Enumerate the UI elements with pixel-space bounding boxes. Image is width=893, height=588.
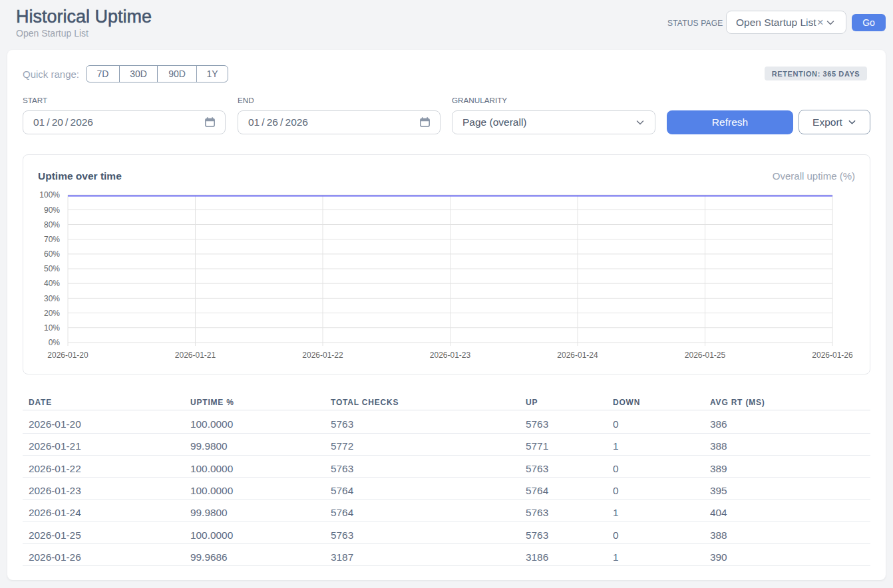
svg-text:0%: 0% — [49, 338, 61, 347]
svg-text:2026-01-26: 2026-01-26 — [812, 351, 853, 360]
svg-text:100%: 100% — [39, 190, 60, 200]
svg-text:80%: 80% — [44, 220, 60, 229]
svg-text:2026-01-24: 2026-01-24 — [557, 351, 598, 360]
svg-text:2026-01-23: 2026-01-23 — [430, 351, 471, 360]
svg-text:60%: 60% — [44, 249, 60, 259]
svg-text:50%: 50% — [44, 264, 60, 273]
svg-text:30%: 30% — [44, 294, 60, 303]
svg-text:10%: 10% — [44, 323, 60, 333]
svg-text:2026-01-21: 2026-01-21 — [175, 351, 216, 360]
svg-text:2026-01-25: 2026-01-25 — [685, 351, 726, 360]
svg-text:2026-01-20: 2026-01-20 — [47, 351, 89, 360]
svg-text:70%: 70% — [44, 235, 60, 244]
svg-text:20%: 20% — [44, 309, 60, 318]
svg-text:90%: 90% — [44, 206, 60, 215]
svg-text:2026-01-22: 2026-01-22 — [302, 351, 343, 360]
svg-text:40%: 40% — [44, 279, 60, 288]
